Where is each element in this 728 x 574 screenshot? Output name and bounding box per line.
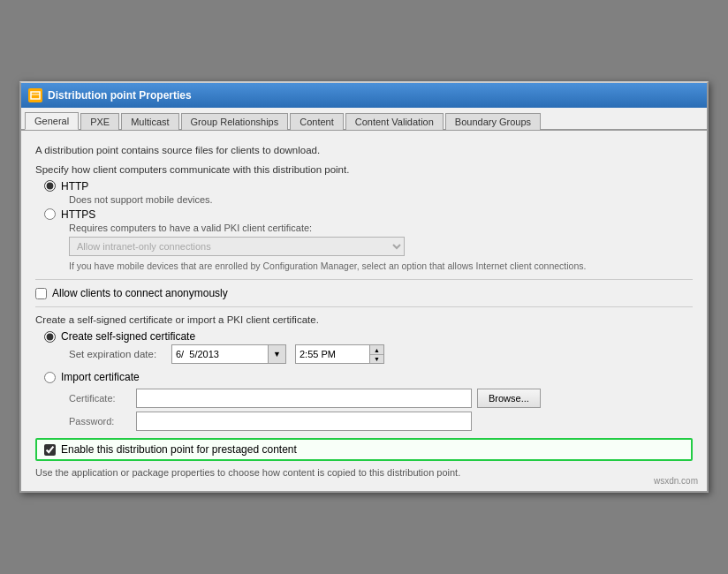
https-note: Requires computers to have a valid PKI c… <box>69 223 693 233</box>
main-window: Distribution point Properties General PX… <box>19 81 709 492</box>
password-field-row: Password: <box>69 412 693 431</box>
certificate-browse-button[interactable]: Browse... <box>477 389 541 408</box>
create-cert-label: Create self-signed certificate <box>61 330 195 343</box>
tab-general[interactable]: General <box>25 112 79 130</box>
tab-group-relationships[interactable]: Group Relationships <box>181 113 289 130</box>
anon-checkbox-label: Allow clients to connect anonymously <box>52 287 228 299</box>
window-title: Distribution point Properties <box>48 89 192 102</box>
expiration-label: Set expiration date: <box>69 349 166 359</box>
https-radio-row: HTTPS <box>44 208 693 221</box>
divider-2 <box>35 306 693 307</box>
content-area: A distribution point contains source fil… <box>21 131 707 490</box>
prestaged-checkbox-row: Enable this distribution point for prest… <box>35 438 693 461</box>
certificate-input[interactable] <box>136 389 472 408</box>
anon-checkbox[interactable] <box>35 288 47 299</box>
http-radio-row: HTTP <box>44 180 693 193</box>
tab-multicast[interactable]: Multicast <box>121 113 178 130</box>
time-spin-up[interactable]: ▲ <box>370 345 383 355</box>
info-line1: A distribution point contains source fil… <box>35 143 693 158</box>
anon-checkbox-row: Allow clients to connect anonymously <box>35 287 693 299</box>
date-input[interactable] <box>171 344 269 364</box>
password-input[interactable] <box>136 412 472 431</box>
import-cert-label: Import certificate <box>61 371 140 383</box>
create-cert-radio[interactable] <box>44 331 56 343</box>
prestaged-note: Use the application or package propertie… <box>35 466 693 480</box>
time-spin-arrows: ▲ ▼ <box>370 344 384 364</box>
https-radio[interactable] <box>44 208 56 220</box>
certificate-section: Create a self-signed certificate or impo… <box>35 314 693 431</box>
tab-content[interactable]: Content <box>290 113 344 130</box>
divider-1 <box>35 279 693 280</box>
certificate-label: Certificate: <box>69 393 131 404</box>
time-input[interactable] <box>295 344 370 364</box>
certificate-field-row: Certificate: Browse... <box>69 389 693 408</box>
https-label: HTTPS <box>61 208 95 221</box>
tab-boundary-groups[interactable]: Boundary Groups <box>445 113 541 130</box>
cert-radio-section: Create self-signed certificate Set expir… <box>44 330 693 431</box>
date-dropdown-arrow[interactable]: ▼ <box>269 344 286 364</box>
time-field-group: ▲ ▼ <box>295 344 384 364</box>
info-line2: Specify how client computers communicate… <box>35 164 693 175</box>
tab-content-validation[interactable]: Content Validation <box>345 113 444 130</box>
prestaged-checkbox[interactable] <box>44 444 56 456</box>
connection-type-dropdown[interactable]: Allow intranet-only connections <box>69 237 405 256</box>
password-label: Password: <box>69 416 131 427</box>
expiration-date-row: Set expiration date: ▼ ▲ ▼ <box>69 344 693 364</box>
import-cert-radio-row: Import certificate <box>44 371 693 383</box>
http-label: HTTP <box>61 180 88 193</box>
http-radio[interactable] <box>44 180 56 192</box>
title-bar: Distribution point Properties <box>21 83 707 108</box>
import-cert-radio[interactable] <box>44 372 56 383</box>
http-note: Does not support mobile devices. <box>69 194 693 205</box>
time-spin-down[interactable]: ▼ <box>370 355 383 364</box>
connection-type-dropdown-row: Allow intranet-only connections <box>69 237 693 256</box>
prestaged-checkbox-label: Enable this distribution point for prest… <box>61 443 297 456</box>
protocol-radio-group: HTTP Does not support mobile devices. HT… <box>44 180 693 273</box>
dropdown-note: If you have mobile devices that are enro… <box>69 260 670 273</box>
cert-section-label: Create a self-signed certificate or impo… <box>35 314 693 325</box>
date-field-group: ▼ <box>171 344 286 364</box>
window-icon <box>28 88 42 102</box>
tabs-bar: General PXE Multicast Group Relationship… <box>21 108 707 131</box>
tab-pxe[interactable]: PXE <box>80 113 119 130</box>
svg-rect-0 <box>31 92 40 99</box>
watermark: wsxdn.com <box>654 476 698 486</box>
create-cert-radio-row: Create self-signed certificate <box>44 330 693 343</box>
